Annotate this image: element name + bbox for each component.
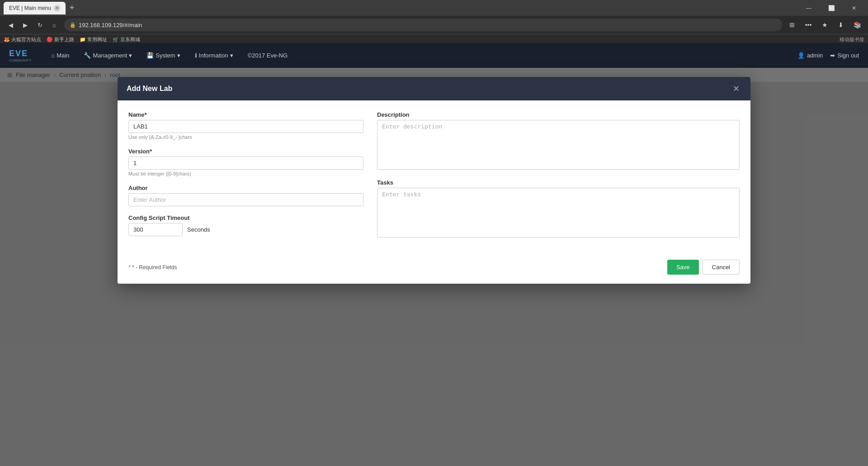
footer-actions: Save Cancel (667, 260, 740, 275)
maximize-button[interactable]: ⬜ (821, 0, 842, 16)
author-field-group: Author (128, 185, 363, 206)
more-icon[interactable]: ••• (802, 19, 815, 31)
signout-button[interactable]: ➡ Sign out (830, 52, 859, 59)
bookmark-jd[interactable]: 🛒 京东商城 (113, 36, 140, 43)
management-chevron-icon: ▾ (129, 52, 132, 59)
home-button[interactable]: ⌂ (48, 19, 61, 31)
modal-body: Name* Use only [A-Za-z0-9_- ]chars Versi… (118, 100, 750, 255)
version-field-group: Version* Must be interger ([0-9]chars) (128, 148, 363, 176)
config-timeout-group: Config Script Timeout Seconds (128, 214, 363, 236)
forward-button[interactable]: ▶ (19, 19, 32, 31)
url-text: 192.168.109.129/#/main (79, 22, 142, 29)
name-hint: Use only [A-Za-z0-9_- ]chars (128, 134, 363, 140)
description-label: Description (377, 111, 740, 118)
star-icon[interactable]: ★ (818, 19, 831, 31)
minimize-button[interactable]: — (798, 0, 819, 16)
form-right: Description Tasks (377, 111, 740, 244)
modal-overlay: Add New Lab ✕ Name* Use only [A-Za-z0-9_… (0, 68, 868, 466)
description-field-group: Description (377, 111, 740, 171)
new-tab-button[interactable]: + (66, 2, 78, 14)
add-new-lab-modal: Add New Lab ✕ Name* Use only [A-Za-z0-9_… (118, 77, 750, 284)
author-input[interactable] (128, 193, 363, 206)
home-nav-icon: ⌂ (51, 52, 55, 59)
tab-close-button[interactable]: ✕ (54, 5, 60, 11)
nav-management[interactable]: 🔧 Management ▾ (77, 48, 138, 62)
modal-header: Add New Lab ✕ (118, 77, 750, 100)
address-bar[interactable]: 🔒 192.168.109.129/#/main (64, 19, 782, 31)
management-nav-icon: 🔧 (84, 52, 91, 59)
required-fields-note: * * - Required Fields (128, 264, 177, 271)
name-label: Name* (128, 111, 363, 118)
close-window-button[interactable]: ✕ (844, 0, 864, 16)
required-prefix: * - (132, 264, 139, 271)
description-textarea[interactable] (377, 120, 740, 170)
bookmark-icon-4: 🛒 (113, 37, 119, 43)
bookmark-foxfire[interactable]: 🦊 火狐官方站点 (4, 36, 41, 43)
user-icon: 👤 (797, 52, 805, 59)
nav-information[interactable]: ℹ Information ▾ (189, 48, 240, 62)
bookmark-common[interactable]: 📁 常用网址 (80, 36, 107, 43)
required-star: * (128, 264, 131, 271)
version-input[interactable] (128, 157, 363, 170)
cancel-button[interactable]: Cancel (703, 260, 740, 275)
collections-icon[interactable]: 📚 (851, 19, 863, 31)
info-nav-icon: ℹ (195, 52, 197, 59)
tasks-label: Tasks (377, 179, 740, 186)
lock-icon: 🔒 (70, 22, 76, 28)
name-input[interactable] (128, 120, 363, 133)
version-hint: Must be interger ([0-9]chars) (128, 171, 363, 176)
nav-system[interactable]: 💾 System ▾ (140, 48, 186, 62)
nav-copyright: ©2017 Eve-NG (241, 48, 294, 62)
info-chevron-icon: ▾ (230, 52, 233, 59)
app-logo: EVE COMMUNITY (9, 49, 31, 62)
bookmark-icon: 🦊 (4, 37, 10, 43)
app-navbar: EVE COMMUNITY ⌂ Main 🔧 Management ▾ 💾 Sy… (0, 43, 868, 68)
qr-icon[interactable]: ⊞ (786, 19, 798, 31)
tab-title: EVE | Main menu (9, 5, 51, 11)
signout-icon: ➡ (830, 52, 835, 59)
nav-main[interactable]: ⌂ Main (45, 48, 75, 62)
config-label: Config Script Timeout (128, 214, 363, 221)
refresh-button[interactable]: ↻ (33, 19, 46, 31)
back-button[interactable]: ◀ (5, 19, 17, 31)
bookmark-icon-2: 🔴 (47, 37, 53, 43)
bookmark-icon-3: 📁 (80, 37, 86, 43)
page-content: ⊞ File manager › Current position › root… (0, 68, 868, 466)
modal-footer: * * - Required Fields Save Cancel (118, 255, 750, 284)
download-icon[interactable]: ⬇ (835, 19, 847, 31)
form-left: Name* Use only [A-Za-z0-9_- ]chars Versi… (128, 111, 363, 244)
mobile-bookmarks: 移动版书签 (840, 36, 864, 43)
name-field-group: Name* Use only [A-Za-z0-9_- ]chars (128, 111, 363, 140)
system-chevron-icon: ▾ (177, 52, 180, 59)
save-button[interactable]: Save (667, 260, 699, 275)
config-timeout-input[interactable] (128, 223, 183, 236)
version-label: Version* (128, 148, 363, 155)
tasks-textarea[interactable] (377, 188, 740, 238)
config-suffix: Seconds (187, 226, 210, 233)
author-label: Author (128, 185, 363, 191)
browser-tab[interactable]: EVE | Main menu ✕ (4, 2, 66, 14)
bookmark-newuser[interactable]: 🔴 新手上路 (47, 36, 74, 43)
system-nav-icon: 💾 (146, 52, 154, 59)
user-info: 👤 admin (797, 52, 823, 59)
modal-title: Add New Lab (127, 85, 172, 93)
required-text: Required Fields (139, 264, 177, 271)
tasks-field-group: Tasks (377, 179, 740, 239)
modal-close-button[interactable]: ✕ (731, 83, 741, 94)
